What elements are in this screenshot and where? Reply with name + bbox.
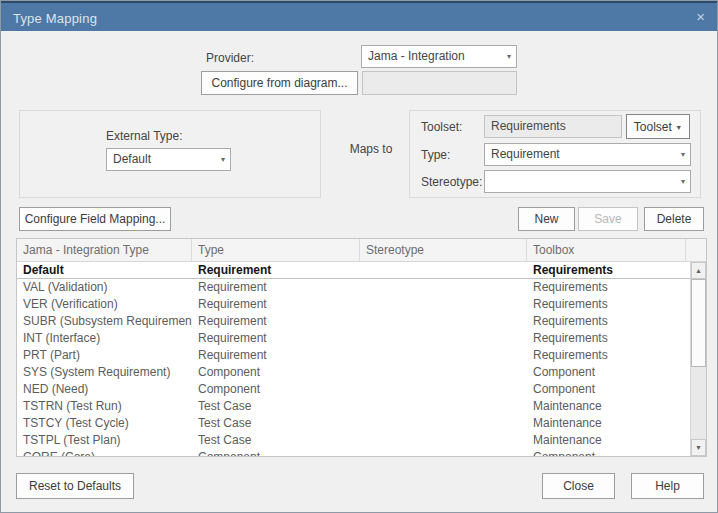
column-header-toolbox[interactable]: Toolbox — [527, 239, 686, 261]
column-header-stereotype[interactable]: Stereotype — [360, 239, 527, 261]
stereotype-select[interactable]: ▾ — [484, 170, 691, 193]
table-cell — [360, 347, 527, 364]
delete-button[interactable]: Delete — [644, 207, 704, 231]
table-cell — [360, 381, 527, 398]
table-cell: Requirement — [192, 262, 360, 278]
table-cell — [360, 330, 527, 347]
table-cell: VAL (Validation) — [17, 279, 192, 296]
table-cell — [360, 415, 527, 432]
table-row[interactable]: VAL (Validation)RequirementRequirements — [17, 279, 690, 296]
scrollbar-thumb[interactable] — [691, 279, 706, 367]
table-cell: SUBR (Subsystem Requirement) — [17, 313, 192, 330]
table-cell — [360, 262, 527, 278]
table-cell — [360, 398, 527, 415]
table-cell: Requirements — [527, 347, 690, 364]
table-row[interactable]: NED (Need)ComponentComponent — [17, 381, 690, 398]
chevron-down-icon: ▾ — [221, 154, 225, 163]
table-row[interactable]: DefaultRequirementRequirements — [17, 262, 690, 279]
configure-field-mapping-button[interactable]: Configure Field Mapping... — [19, 207, 171, 231]
provider-select[interactable]: Jama - Integration ▾ — [361, 45, 517, 68]
table-cell: Maintenance — [527, 398, 690, 415]
table-row[interactable]: INT (Interface)RequirementRequirements — [17, 330, 690, 347]
table-cell: Component — [527, 364, 690, 381]
table-row[interactable]: VER (Verification)RequirementRequirement… — [17, 296, 690, 313]
table-cell — [360, 364, 527, 381]
column-header-type[interactable]: Type — [192, 239, 360, 261]
table-cell: Requirement — [192, 279, 360, 296]
chevron-down-icon: ▾ — [681, 149, 685, 158]
type-select[interactable]: Requirement ▾ — [484, 143, 691, 166]
scroll-up-icon[interactable]: ▲ — [691, 262, 706, 279]
type-mapping-dialog: Type Mapping × Provider: Jama - Integrat… — [0, 0, 718, 513]
save-button[interactable]: Save — [578, 207, 638, 231]
table-row[interactable]: TSTPL (Test Plan)Test CaseMaintenance — [17, 432, 690, 449]
close-icon[interactable]: × — [696, 8, 705, 26]
chevron-down-icon: ▾ — [681, 176, 685, 185]
reset-to-defaults-button[interactable]: Reset to Defaults — [16, 473, 134, 499]
table-cell — [360, 313, 527, 330]
table-cell: Requirement — [192, 347, 360, 364]
chevron-down-icon: ▾ — [507, 51, 511, 60]
table-cell: TSTPL (Test Plan) — [17, 432, 192, 449]
table-cell: Test Case — [192, 398, 360, 415]
type-label: Type: — [421, 148, 450, 162]
table-cell: TSTRN (Test Run) — [17, 398, 192, 415]
table-body: DefaultRequirementRequirementsVAL (Valid… — [17, 262, 690, 456]
table-row[interactable]: SUBR (Subsystem Requirement)RequirementR… — [17, 313, 690, 330]
table-cell: Requirement — [192, 313, 360, 330]
column-header-external-type[interactable]: Jama - Integration Type — [17, 239, 192, 261]
toolset-button-label: Toolset — [634, 120, 672, 134]
table-cell: Maintenance — [527, 415, 690, 432]
table-cell: Component — [192, 381, 360, 398]
maps-to-label: Maps to — [345, 142, 397, 156]
table-cell: NED (Need) — [17, 381, 192, 398]
new-button[interactable]: New — [518, 207, 575, 231]
table-row[interactable]: SYS (System Requirement)ComponentCompone… — [17, 364, 690, 381]
toolset-menu-button[interactable]: Toolset ▼ — [626, 114, 690, 139]
table-cell — [360, 432, 527, 449]
table-cell — [360, 449, 527, 456]
table-cell: TSTCY (Test Cycle) — [17, 415, 192, 432]
configure-from-diagram-button[interactable]: Configure from diagram... — [201, 71, 358, 95]
table-cell: Requirements — [527, 279, 690, 296]
help-button[interactable]: Help — [631, 473, 704, 499]
table-cell: VER (Verification) — [17, 296, 192, 313]
external-type-label: External Type: — [106, 129, 183, 143]
chevron-down-icon: ▼ — [675, 124, 682, 131]
table-header: Jama - Integration Type Type Stereotype … — [17, 239, 706, 262]
table-cell: Requirements — [527, 330, 690, 347]
table-cell: Requirements — [527, 313, 690, 330]
table-cell: Requirement — [192, 330, 360, 347]
table-row[interactable]: TSTRN (Test Run)Test CaseMaintenance — [17, 398, 690, 415]
table-cell: Component — [192, 449, 360, 456]
external-type-select[interactable]: Default ▾ — [106, 148, 231, 171]
table-cell: Requirements — [527, 296, 690, 313]
table-row[interactable]: CORE (Core)ComponentComponent — [17, 449, 690, 456]
table-row[interactable]: TSTCY (Test Cycle)Test CaseMaintenance — [17, 415, 690, 432]
vertical-scrollbar[interactable]: ▲ ▼ — [690, 262, 706, 456]
stereotype-label: Stereotype: — [421, 175, 482, 189]
table-row[interactable]: PRT (Part)RequirementRequirements — [17, 347, 690, 364]
table-cell: Requirement — [192, 296, 360, 313]
table-cell: Component — [192, 364, 360, 381]
close-button[interactable]: Close — [542, 473, 615, 499]
provider-label: Provider: — [206, 51, 254, 65]
table-cell: Component — [527, 449, 690, 456]
table-cell: SYS (System Requirement) — [17, 364, 192, 381]
titlebar[interactable]: Type Mapping × — [1, 1, 717, 31]
table-cell: Test Case — [192, 415, 360, 432]
table-cell: Requirements — [527, 262, 690, 278]
scroll-down-icon[interactable]: ▼ — [691, 439, 706, 456]
external-type-value: Default — [113, 152, 151, 166]
table-cell — [360, 296, 527, 313]
diagram-field — [362, 71, 517, 95]
table-cell: PRT (Part) — [17, 347, 192, 364]
table-cell — [360, 279, 527, 296]
provider-value: Jama - Integration — [368, 49, 465, 63]
table-cell: Maintenance — [527, 432, 690, 449]
type-mapping-table: Jama - Integration Type Type Stereotype … — [16, 238, 707, 457]
type-value: Requirement — [491, 147, 560, 161]
table-cell: Component — [527, 381, 690, 398]
table-cell: INT (Interface) — [17, 330, 192, 347]
toolset-label: Toolset: — [421, 120, 462, 134]
